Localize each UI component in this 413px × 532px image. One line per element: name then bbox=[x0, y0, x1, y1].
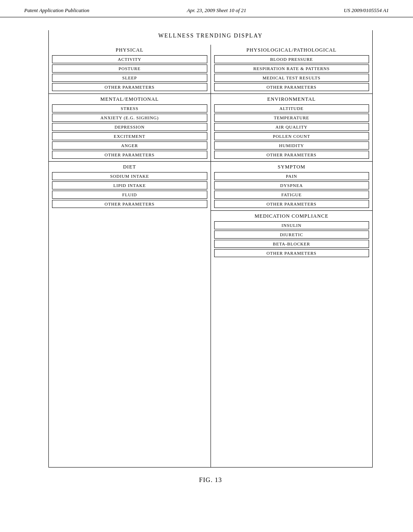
item-box: ANGER bbox=[52, 141, 207, 150]
item-box: PAIN bbox=[214, 172, 369, 180]
item-box: OTHER PARAMETERS bbox=[214, 83, 369, 91]
item-box: HUMIDITY bbox=[214, 141, 369, 150]
header-left: Patent Application Publication bbox=[24, 7, 90, 14]
right-section-1367: MEDICATION COMPLIANCEINSULINDIURETICBETA… bbox=[211, 211, 373, 467]
item-box: FATIGUE bbox=[214, 191, 369, 199]
outer-box: WELLNESS TRENDING DISPLAY PHYSICALACTIVI… bbox=[48, 30, 373, 468]
item-box: ALTITUDE bbox=[214, 104, 369, 112]
item-box: OTHER PARAMETERS bbox=[52, 151, 207, 159]
item-box: AIR QUALITY bbox=[214, 123, 369, 131]
main-title: WELLNESS TRENDING DISPLAY bbox=[49, 30, 372, 41]
item-box: FLUID bbox=[52, 191, 207, 199]
item-box: DYSPNEA bbox=[214, 181, 369, 189]
section-title-1366: SYMPTOM bbox=[214, 164, 369, 170]
section-title-1361: PHYSICAL bbox=[52, 47, 207, 53]
fig-caption: FIG. 13 bbox=[40, 476, 381, 484]
right-section-1364: ENVIRONMENTALALTITUDETEMPERATUREAIR QUAL… bbox=[211, 94, 373, 162]
item-box: TEMPERATURE bbox=[214, 114, 369, 122]
item-box: ACTIVITY bbox=[52, 55, 207, 63]
section-title-1365: DIET bbox=[52, 164, 207, 170]
item-box: INSULIN bbox=[214, 221, 369, 229]
right-section-1366: SYMPTOMPAINDYSPNEAFATIGUEOTHER PARAMETER… bbox=[211, 162, 373, 211]
item-box: ANXIETY (E.G. SIGHING) bbox=[52, 114, 207, 122]
left-column: PHYSICALACTIVITYPOSTURESLEEPOTHER PARAME… bbox=[49, 45, 211, 467]
left-section-1365: DIETSODIUM INTAKELIPID INTAKEFLUIDOTHER … bbox=[49, 162, 211, 467]
item-box: POSTURE bbox=[52, 64, 207, 73]
header: Patent Application Publication Apr. 23, … bbox=[0, 0, 413, 17]
item-box: SODIUM INTAKE bbox=[52, 172, 207, 180]
item-box: SLEEP bbox=[52, 74, 207, 82]
item-box: OTHER PARAMETERS bbox=[214, 249, 369, 257]
section-title-1367: MEDICATION COMPLIANCE bbox=[214, 213, 369, 219]
left-section-1363: MENTAL/EMOTIONALSTRESSANXIETY (E.G. SIGH… bbox=[49, 94, 211, 162]
item-box: POLLEN COUNT bbox=[214, 132, 369, 140]
item-box: OTHER PARAMETERS bbox=[214, 151, 369, 159]
item-box: OTHER PARAMETERS bbox=[214, 200, 369, 208]
item-box: STRESS bbox=[52, 104, 207, 112]
header-center: Apr. 23, 2009 Sheet 10 of 21 bbox=[187, 7, 246, 14]
section-title-1362: PHYSIOLOGICAL/PATHOLOGICAL bbox=[214, 47, 369, 53]
item-box: OTHER PARAMETERS bbox=[52, 83, 207, 91]
right-column: PHYSIOLOGICAL/PATHOLOGICALBLOOD PRESSURE… bbox=[211, 45, 373, 467]
item-box: RESPIRATION RATE & PATTERNS bbox=[214, 64, 369, 73]
item-box: EXCITEMENT bbox=[52, 132, 207, 140]
right-section-1362: PHYSIOLOGICAL/PATHOLOGICALBLOOD PRESSURE… bbox=[211, 45, 373, 94]
item-box: MEDICAL TEST RESULTS bbox=[214, 74, 369, 82]
item-box: LIPID INTAKE bbox=[52, 181, 207, 189]
item-box: DIURETIC bbox=[214, 231, 369, 239]
section-title-1363: MENTAL/EMOTIONAL bbox=[52, 96, 207, 102]
diagram-area: WELLNESS TRENDING DISPLAY PHYSICALACTIVI… bbox=[40, 22, 381, 492]
header-right: US 2009/0105554 A1 bbox=[344, 7, 389, 14]
item-box: DEPRESSION bbox=[52, 123, 207, 131]
section-title-1364: ENVIRONMENTAL bbox=[214, 96, 369, 102]
columns-wrapper: PHYSICALACTIVITYPOSTURESLEEPOTHER PARAME… bbox=[49, 45, 372, 467]
left-section-1361: PHYSICALACTIVITYPOSTURESLEEPOTHER PARAME… bbox=[49, 45, 211, 94]
item-box: OTHER PARAMETERS bbox=[52, 200, 207, 208]
page: Patent Application Publication Apr. 23, … bbox=[0, 0, 413, 532]
item-box: BETA-BLOCKER bbox=[214, 240, 369, 248]
item-box: BLOOD PRESSURE bbox=[214, 55, 369, 63]
